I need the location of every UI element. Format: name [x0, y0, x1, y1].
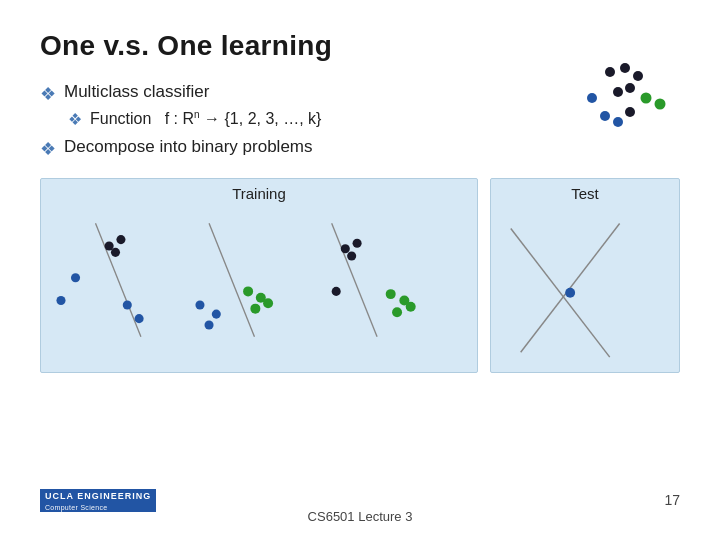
- svg-point-0: [605, 67, 615, 77]
- svg-point-17: [135, 314, 144, 323]
- svg-point-34: [392, 307, 402, 317]
- svg-point-15: [71, 273, 80, 282]
- diamond-icon-3: ❖: [40, 138, 56, 160]
- ucla-logo: UCLA ENGINEERING Computer Science: [40, 489, 156, 512]
- svg-point-2: [633, 71, 643, 81]
- svg-point-9: [613, 117, 623, 127]
- svg-point-14: [111, 248, 120, 257]
- svg-point-10: [625, 107, 635, 117]
- svg-point-31: [332, 287, 341, 296]
- bullet-decompose-text: Decompose into binary problems: [64, 137, 313, 157]
- svg-point-38: [565, 288, 575, 298]
- slide: One v.s. One learning ❖ Multiclass cl: [0, 0, 720, 540]
- svg-point-21: [212, 310, 221, 319]
- svg-point-8: [600, 111, 610, 121]
- svg-point-1: [620, 63, 630, 73]
- training-diagram: [41, 179, 477, 372]
- svg-point-29: [353, 239, 362, 248]
- svg-point-28: [341, 244, 350, 253]
- svg-point-18: [56, 296, 65, 305]
- svg-point-5: [625, 83, 635, 93]
- svg-point-35: [406, 302, 416, 312]
- svg-point-4: [613, 87, 623, 97]
- logo-top-text: UCLA ENGINEERING: [40, 489, 156, 503]
- decorative-dots: [550, 60, 670, 154]
- svg-line-19: [209, 223, 254, 337]
- svg-point-3: [587, 93, 597, 103]
- svg-point-30: [347, 251, 356, 260]
- footer-page-number: 17: [664, 492, 680, 508]
- svg-point-6: [641, 93, 652, 104]
- svg-point-22: [205, 320, 214, 329]
- svg-point-13: [116, 235, 125, 244]
- svg-point-16: [123, 300, 132, 309]
- svg-point-32: [386, 289, 396, 299]
- logo-bottom-text: Computer Science: [40, 503, 156, 512]
- svg-line-36: [511, 229, 610, 358]
- svg-point-23: [243, 286, 253, 296]
- test-diagram: [491, 179, 679, 372]
- svg-point-25: [250, 304, 260, 314]
- content-area: Training: [40, 178, 680, 373]
- diamond-icon-1: ❖: [40, 83, 56, 105]
- diamond-icon-2: ❖: [68, 110, 82, 129]
- bullet-multiclass-text: Multiclass classifier: [64, 82, 209, 102]
- test-box: Test: [490, 178, 680, 373]
- footer-course: CS6501 Lecture 3: [308, 509, 413, 524]
- slide-title: One v.s. One learning: [40, 30, 680, 62]
- svg-point-7: [655, 99, 666, 110]
- training-box: Training: [40, 178, 478, 373]
- svg-line-37: [521, 224, 620, 353]
- footer: UCLA ENGINEERING Computer Science CS6501…: [0, 509, 720, 524]
- bullet-function-text: Function f : Rn → {1, 2, 3, …, k}: [90, 109, 321, 128]
- svg-point-26: [263, 298, 273, 308]
- svg-point-20: [195, 300, 204, 309]
